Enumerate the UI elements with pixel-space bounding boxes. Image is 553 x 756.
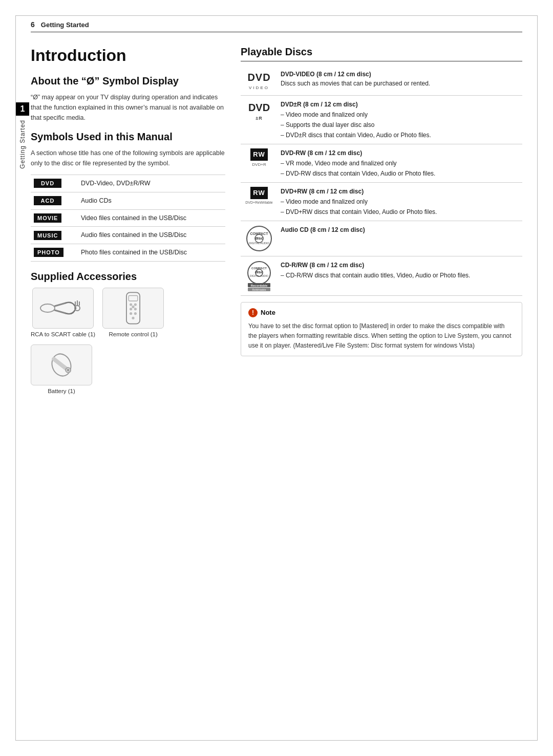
- dvd-video-desc: DVD-VIDEO (8 cm / 12 cm disc) Discs such…: [278, 66, 522, 96]
- table-row: DVD DVD-Video, DVD±R/RW: [31, 175, 225, 192]
- symbol-dvd-cell: DVD: [31, 175, 78, 192]
- table-row: PHOTO Photo files contained in the USB/D…: [31, 244, 225, 262]
- dvdr-text: DVD: [248, 100, 270, 115]
- symbol-display-heading: About the “Ø” Symbol Display: [31, 75, 225, 87]
- list-item: DVD+RW discs that contain Video, Audio o…: [281, 207, 519, 217]
- table-row: DVD ±R DVD±R (8 cm / 12 cm disc) Video m…: [241, 96, 522, 144]
- dvdplusrw-logo: RW DVD+ReWritable: [244, 187, 274, 205]
- remote-icon: [118, 290, 148, 326]
- battery-icon: [44, 351, 79, 379]
- svg-rect-8: [129, 295, 138, 301]
- cd-logo: COMPACT disc DIGITAL AUDIO: [244, 225, 274, 252]
- side-tab: 1 Getting Started: [15, 102, 30, 169]
- page-header: 6 Getting Started: [31, 20, 522, 32]
- dvdr-title: DVD±R (8 cm / 12 cm disc): [281, 101, 358, 108]
- photo-desc: Photo files contained in the USB/Disc: [78, 244, 225, 262]
- symbol-acd-cell: ACD: [31, 192, 78, 209]
- intro-title: Introduction: [31, 46, 225, 65]
- table-row: RW DVD+ReWritable DVD+RW (8 cm / 12 cm d…: [241, 183, 522, 221]
- list-item: Supports the dual layer disc also: [281, 120, 519, 129]
- svg-point-15: [134, 312, 137, 315]
- symbol-music-cell: MUSIC: [31, 227, 78, 244]
- movie-desc: Video files contained in the USB/Disc: [78, 209, 225, 227]
- dvdplusrw-badge: RW: [250, 187, 267, 199]
- cd-title: Audio CD (8 cm / 12 cm disc): [281, 226, 365, 233]
- acd-badge: ACD: [34, 196, 61, 205]
- symbols-table: DVD DVD-Video, DVD±R/RW ACD Audio CDs MO…: [31, 175, 225, 262]
- list-item: DVD-RW discs that contain Video, Audio o…: [281, 169, 519, 178]
- svg-point-12: [134, 308, 137, 310]
- battery-image: [31, 344, 92, 385]
- svg-text:DIGITAL AUDIO: DIGITAL AUDIO: [249, 242, 269, 245]
- symbol-photo-cell: PHOTO: [31, 244, 78, 262]
- cd-icon: COMPACT disc DIGITAL AUDIO: [246, 225, 272, 252]
- table-row: MOVIE Video files contained in the USB/D…: [31, 209, 225, 227]
- cd-desc: Audio CD (8 cm / 12 cm disc): [278, 221, 522, 256]
- dvdr-desc: DVD±R (8 cm / 12 cm disc) Video mode and…: [278, 96, 522, 144]
- svg-point-16: [132, 316, 135, 319]
- symbols-text: A section whose title has one of the fol…: [31, 148, 225, 168]
- svg-text:disc: disc: [255, 236, 264, 241]
- dvd-desc: DVD-Video, DVD±R/RW: [78, 175, 225, 192]
- cdrw-logo-cell: COMPACT disc DIGITAL AUDIO Recordable Re…: [241, 256, 278, 296]
- dvdrw-logo-cell: RW DVD+R: [241, 144, 278, 183]
- note-icon: !: [248, 308, 258, 317]
- music-badge: MUSIC: [34, 231, 61, 240]
- svg-line-2: [55, 310, 66, 313]
- movie-badge: MOVIE: [34, 213, 61, 223]
- symbol-display-text: “Ø” may appear on your TV display during…: [31, 92, 225, 123]
- svg-text:DIGITAL AUDIO: DIGITAL AUDIO: [250, 274, 268, 277]
- dvdplusrw-list: Video mode and finalized only DVD+RW dis…: [281, 197, 519, 217]
- side-tab-number: 1: [16, 102, 29, 116]
- note-text: You have to set the disc format option t…: [248, 321, 515, 351]
- accessories-heading: Supplied Accessories: [31, 271, 225, 283]
- svg-point-13: [132, 306, 135, 308]
- cable-label: RCA to SCART cable (1): [31, 331, 95, 337]
- svg-text:disc: disc: [255, 270, 264, 274]
- note-box: ! Note You have to set the disc format o…: [241, 302, 522, 356]
- side-tab-text: Getting Started: [19, 120, 26, 169]
- cdrw-icon: COMPACT disc DIGITAL AUDIO Recordable Re…: [246, 261, 272, 291]
- dvdplusrw-desc: DVD+RW (8 cm / 12 cm disc) Video mode an…: [278, 183, 522, 221]
- cable-image: [32, 288, 94, 329]
- svg-line-18: [54, 356, 69, 375]
- svg-text:COMPACT: COMPACT: [250, 232, 269, 235]
- dvdrw-list: VR mode, Video mode and finalized only D…: [281, 159, 519, 178]
- symbols-heading: Symbols Used in this Manual: [31, 131, 225, 143]
- table-row: MUSIC Audio files contained in the USB/D…: [31, 227, 225, 244]
- disc-table: DVD VIDEO DVD-VIDEO (8 cm / 12 cm disc) …: [241, 66, 522, 296]
- music-desc: Audio files contained in the USB/Disc: [78, 227, 225, 244]
- svg-point-10: [134, 303, 137, 306]
- dvdrw-logo: RW DVD+R: [244, 148, 274, 168]
- list-item: CD-R/RW discs that contain audio titles,…: [281, 271, 519, 280]
- svg-point-0: [40, 304, 55, 312]
- cdrw-desc: CD-R/RW (8 cm / 12 cm disc) CD-R/RW disc…: [278, 256, 522, 296]
- dvd-badge: DVD: [34, 179, 61, 188]
- list-item: Video mode and finalized only: [281, 110, 519, 119]
- svg-point-14: [130, 312, 132, 315]
- note-header: ! Note: [248, 308, 515, 318]
- dvd-video-title: DVD-VIDEO (8 cm / 12 cm disc): [281, 71, 371, 78]
- svg-text:Recordable: Recordable: [251, 284, 268, 287]
- svg-point-11: [130, 308, 132, 310]
- accessories-grid: RCA to SCART cable (1): [31, 288, 225, 394]
- right-column: Playable Discs DVD VIDEO DVD-VIDEO (8 cm…: [241, 41, 522, 730]
- dvdplusrw-sub: DVD+ReWritable: [245, 200, 272, 205]
- list-item: DVD±R discs that contain Video, Audio or…: [281, 131, 519, 140]
- dvdrw-desc: DVD-RW (8 cm / 12 cm disc) VR mode, Vide…: [278, 144, 522, 183]
- dvdr-list: Video mode and finalized only Supports t…: [281, 110, 519, 140]
- remote-image: [102, 288, 164, 329]
- table-row: RW DVD+R DVD-RW (8 cm / 12 cm disc) VR m…: [241, 144, 522, 183]
- table-row: COMPACT disc DIGITAL AUDIO Audio CD (8 c…: [241, 221, 522, 256]
- cable-icon: [37, 293, 89, 323]
- dvd-video-detail: Discs such as movies that can be purchas…: [281, 80, 430, 87]
- main-content: Introduction About the “Ø” Symbol Displa…: [31, 41, 522, 730]
- list-item: Video mode and finalized only: [281, 197, 519, 206]
- accessories-section: Supplied Accessories: [31, 271, 225, 394]
- table-row: DVD VIDEO DVD-VIDEO (8 cm / 12 cm disc) …: [241, 66, 522, 96]
- cd-logo-cell: COMPACT disc DIGITAL AUDIO: [241, 221, 278, 256]
- photo-badge: PHOTO: [34, 248, 63, 257]
- svg-text:ReWritable: ReWritable: [252, 288, 266, 291]
- remote-label: Remote control (1): [109, 331, 158, 337]
- dvdrw-title: DVD-RW (8 cm / 12 cm disc): [281, 149, 362, 157]
